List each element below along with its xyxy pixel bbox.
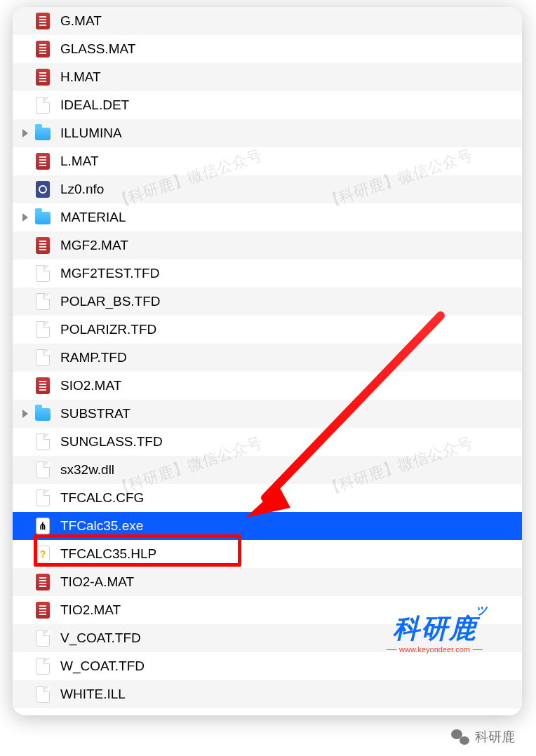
file-name-label: GLASS.MAT [60, 41, 135, 57]
generic-file-icon [35, 349, 51, 367]
file-row[interactable]: SIO2.MAT [13, 372, 522, 400]
file-name-label: POLARIZR.TFD [60, 322, 156, 337]
generic-file-icon [35, 433, 51, 451]
file-name-label: MGF2.MAT [60, 238, 128, 253]
file-name-label: MGF2TEST.TFD [60, 266, 159, 281]
access-file-icon [35, 573, 51, 591]
folder-icon [35, 405, 51, 423]
file-name-label: TFCALC35.HLP [60, 546, 156, 562]
file-row[interactable]: TFCALC.CFG [13, 484, 522, 512]
file-row[interactable]: G.MAT [13, 7, 522, 35]
access-file-icon [35, 377, 51, 395]
file-row[interactable]: sx32w.dll [13, 456, 522, 484]
file-name-label: SIO2.MAT [60, 378, 121, 393]
file-name-label: POLAR_BS.TFD [60, 294, 161, 309]
help-file-icon: ? [35, 545, 51, 563]
brand-name: 科研鹿 ツ [387, 611, 483, 647]
exe-file-icon: ⋔ [35, 517, 51, 535]
generic-file-icon [35, 489, 51, 507]
wechat-icon [451, 729, 469, 745]
file-name-label: MATERIAL [60, 210, 126, 225]
file-name-label: RAMP.TFD [60, 350, 127, 365]
file-name-label: TFCALC.CFG [60, 490, 144, 506]
access-file-icon [35, 601, 51, 619]
disclosure-chevron-icon[interactable] [22, 129, 28, 137]
file-list[interactable]: G.MATGLASS.MATH.MATIDEAL.DETILLUMINAL.MA… [13, 7, 522, 708]
file-row[interactable]: POLARIZR.TFD [13, 316, 522, 344]
file-name-label: TFCalc35.exe [60, 518, 143, 534]
file-row[interactable]: GLASS.MAT [13, 35, 522, 63]
file-row[interactable]: RAMP.TFD [13, 344, 522, 372]
access-file-icon [35, 12, 51, 30]
file-row[interactable]: TIO2-A.MAT [13, 568, 522, 596]
file-row[interactable]: W_COAT.TFD [13, 652, 522, 680]
access-file-icon [35, 236, 51, 255]
file-row[interactable]: MGF2.MAT [13, 231, 522, 259]
disclosure-chevron-icon[interactable] [22, 213, 28, 222]
file-list-window: G.MATGLASS.MATH.MATIDEAL.DETILLUMINAL.MA… [13, 7, 522, 715]
file-name-label: TIO2-A.MAT [60, 574, 134, 590]
file-name-label: IDEAL.DET [60, 97, 129, 113]
access-file-icon [35, 40, 51, 58]
generic-file-icon [35, 685, 51, 703]
file-name-label: H.MAT [60, 69, 101, 85]
file-row[interactable]: MGF2TEST.TFD [13, 259, 522, 288]
brand-watermark: 科研鹿 ツ www.keyondeer.com [387, 611, 483, 654]
generic-file-icon [35, 292, 51, 311]
folder-icon [35, 208, 51, 227]
file-name-label: V_COAT.TFD [60, 630, 141, 646]
file-name-label: G.MAT [60, 13, 102, 29]
footer-label: 科研鹿 [475, 728, 515, 746]
folder-row[interactable]: ILLUMINA [13, 119, 522, 147]
generic-file-icon [35, 657, 51, 675]
nfo-file-icon [35, 180, 51, 198]
file-name-label: SUBSTRAT [60, 406, 130, 421]
access-file-icon [35, 68, 51, 86]
file-name-label: Lz0.nfo [60, 182, 104, 197]
generic-file-icon [35, 320, 51, 339]
folder-row[interactable]: MATERIAL [13, 203, 522, 231]
file-row[interactable]: POLAR_BS.TFD [13, 288, 522, 316]
footer-credit: 科研鹿 [451, 728, 515, 746]
folder-row[interactable]: SUBSTRAT [13, 400, 522, 428]
antler-icon: ツ [476, 604, 488, 619]
file-name-label: sx32w.dll [60, 462, 114, 478]
file-row[interactable]: H.MAT [13, 63, 522, 91]
file-name-label: W_COAT.TFD [60, 659, 145, 674]
generic-file-icon [35, 629, 51, 647]
disclosure-chevron-icon[interactable] [22, 410, 28, 418]
folder-icon [35, 124, 51, 142]
generic-file-icon [35, 96, 51, 114]
generic-file-icon [35, 461, 51, 479]
file-row[interactable]: L.MAT [13, 147, 522, 175]
file-row[interactable]: SUNGLASS.TFD [13, 428, 522, 456]
file-name-label: L.MAT [60, 154, 99, 169]
file-name-label: TIO2.MAT [60, 602, 121, 618]
file-row[interactable]: IDEAL.DET [13, 91, 522, 119]
file-name-label: WHITE.ILL [60, 687, 126, 702]
file-row[interactable]: ?TFCALC35.HLP [13, 540, 522, 568]
file-row[interactable]: ⋔TFCalc35.exe [13, 512, 522, 540]
file-row[interactable]: WHITE.ILL [13, 680, 522, 708]
file-row[interactable]: Lz0.nfo [13, 175, 522, 203]
file-name-label: ILLUMINA [60, 126, 122, 141]
file-name-label: SUNGLASS.TFD [60, 434, 163, 450]
generic-file-icon [35, 264, 51, 283]
access-file-icon [35, 152, 51, 170]
